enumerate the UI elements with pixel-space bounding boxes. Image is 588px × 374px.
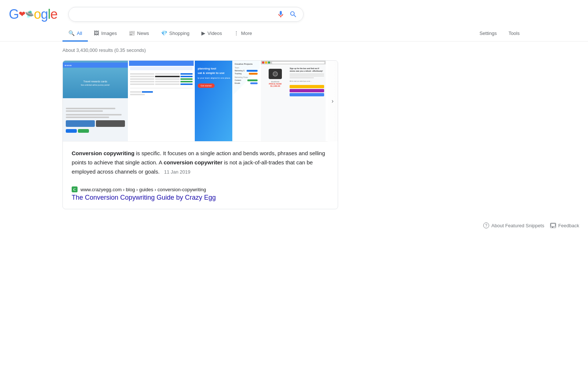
tab-news-label: News: [137, 31, 149, 36]
nav-tabs: 🔍 All 🖼 Images 📰 News 💎 Shopping ▶ Video…: [0, 26, 588, 42]
images-icon: 🖼: [94, 30, 99, 36]
tab-shopping[interactable]: 💎 Shopping: [155, 26, 196, 42]
more-icon: ⋮: [234, 30, 239, 36]
tab-tools[interactable]: Tools: [503, 26, 526, 42]
logo-letter-e: e: [50, 7, 57, 22]
about-snippets-item[interactable]: ? About Featured Snippets: [483, 222, 544, 228]
mic-icon[interactable]: [277, 10, 285, 18]
tab-tools-label: Tools: [509, 31, 520, 36]
feedback-icon: [550, 223, 556, 228]
search-icon[interactable]: [289, 10, 297, 18]
videos-icon: ▶: [201, 30, 205, 36]
search-bar: conversion copywriting: [68, 7, 304, 22]
source-url: www.crazyegg.com › blog › guides › conve…: [80, 187, 206, 192]
results-count: About 3,430,000 results (0.35 seconds): [62, 47, 146, 53]
tab-videos-label: Videos: [208, 31, 222, 36]
all-icon: 🔍: [68, 30, 75, 36]
tab-shopping-label: Shopping: [169, 31, 190, 36]
logo-letter-l: l: [48, 7, 50, 22]
tab-videos[interactable]: ▶ Videos: [196, 26, 228, 42]
page-header: G ❤ 🛸 o g l e conversion copywriting: [0, 0, 588, 26]
logo-letter-g: G: [9, 7, 19, 22]
source-link[interactable]: The Conversion Copywriting Guide by Craz…: [72, 194, 216, 201]
search-input[interactable]: conversion copywriting: [75, 11, 272, 18]
tab-news[interactable]: 📰 News: [123, 26, 155, 42]
snippet-bold-1: Conversion copywriting: [72, 150, 135, 156]
google-logo: G ❤ 🛸 o g l e: [9, 7, 57, 22]
featured-snippet-card: ★★★★ Travel rewards cardsSee unlimited a…: [62, 60, 338, 209]
page-footer: ? About Featured Snippets Feedback: [0, 217, 588, 234]
logo-alien-icon: 🛸: [25, 10, 34, 19]
logo-heart-icon: ❤: [19, 10, 25, 19]
feedback-svg-icon: [551, 223, 556, 228]
news-icon: 📰: [129, 30, 135, 36]
source-favicon: C: [72, 186, 78, 192]
snippet-text: Conversion copywriting is specific. It f…: [72, 149, 329, 176]
tab-images[interactable]: 🖼 Images: [88, 26, 123, 42]
feedback-label: Feedback: [558, 223, 579, 228]
snippet-image-3[interactable]: planning toolual & simple to use lp your…: [195, 61, 261, 141]
tab-all[interactable]: 🔍 All: [62, 26, 88, 42]
image-strip: ★★★★ Travel rewards cardsSee unlimited a…: [63, 61, 338, 142]
snippet-date: 11 Jan 2019: [164, 169, 190, 175]
tab-more-label: More: [241, 31, 252, 36]
snippet-image-2[interactable]: [129, 61, 195, 141]
logo-letter-o: o: [34, 7, 41, 22]
snippet-text-area: Conversion copywriting is specific. It f…: [63, 142, 338, 182]
image-strip-next-arrow[interactable]: ›: [327, 61, 338, 142]
snippet-image-1[interactable]: ★★★★ Travel rewards cardsSee unlimited a…: [63, 61, 129, 141]
logo-letter-g2: g: [41, 7, 48, 22]
snippet-bold-2: conversion copywriter: [164, 159, 222, 165]
source-area: C www.crazyegg.com › blog › guides › con…: [63, 182, 338, 209]
tab-all-label: All: [77, 31, 82, 36]
tab-images-label: Images: [101, 31, 117, 36]
tab-more[interactable]: ⋮ More: [228, 26, 258, 42]
search-icons: [277, 10, 297, 18]
nav-settings: Settings Tools: [474, 26, 526, 41]
snippet-image-4[interactable]: $1,599.00 PRICE NOW $1,199.00 Sign up fo…: [261, 61, 327, 141]
about-snippets-label: About Featured Snippets: [491, 223, 544, 228]
feedback-item[interactable]: Feedback: [550, 223, 579, 228]
tab-settings[interactable]: Settings: [474, 26, 503, 42]
source-domain: C www.crazyegg.com › blog › guides › con…: [72, 186, 329, 192]
shopping-icon: 💎: [161, 30, 167, 36]
results-info: About 3,430,000 results (0.35 seconds): [0, 42, 588, 57]
tab-settings-label: Settings: [480, 31, 497, 36]
svg-rect-0: [551, 224, 555, 227]
about-snippets-icon: ?: [483, 222, 489, 228]
image-strip-wrapper: ★★★★ Travel rewards cardsSee unlimited a…: [63, 61, 338, 142]
